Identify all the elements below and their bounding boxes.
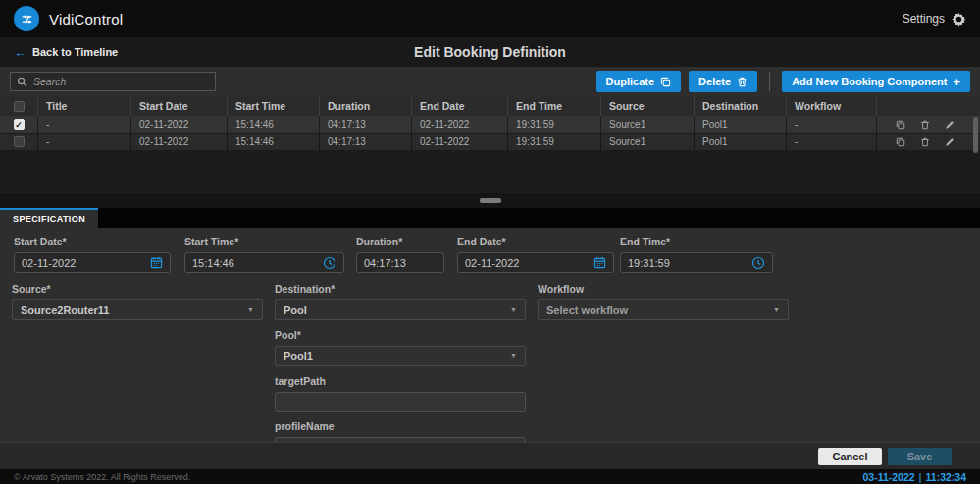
start-time-field[interactable]: [184, 252, 344, 273]
table-row[interactable]: - 02-11-2022 15:14:46 04:17:13 02-11-202…: [0, 116, 980, 134]
duplicate-label: Duplicate: [606, 76, 655, 87]
row-edit-icon[interactable]: [945, 120, 954, 130]
start-date-field[interactable]: [14, 252, 171, 273]
tab-bar: SPECIFICATION: [0, 208, 980, 228]
cell-destination: Pool1: [694, 134, 786, 150]
footer: © Arvato Systems 2022. All Rights Reserv…: [0, 469, 980, 484]
settings-label[interactable]: Settings: [903, 12, 945, 26]
end-time-field[interactable]: [620, 252, 773, 273]
row-checkbox[interactable]: [14, 119, 25, 130]
target-path-input[interactable]: [283, 397, 518, 408]
select-all-checkbox[interactable]: [14, 101, 25, 112]
cell-duration: 04:17:13: [319, 134, 411, 150]
calendar-icon[interactable]: [593, 256, 606, 269]
target-path-field[interactable]: [275, 392, 526, 412]
add-new-booking-component-button[interactable]: Add New Booking Component +: [782, 71, 970, 92]
plus-icon: +: [953, 75, 960, 89]
search-box[interactable]: [10, 72, 216, 91]
chevron-down-icon: ▼: [510, 306, 517, 313]
row-edit-icon[interactable]: [945, 137, 954, 147]
cell-source: Source1: [600, 134, 694, 150]
cell-source: Source1: [600, 116, 694, 133]
row-copy-icon[interactable]: [896, 137, 905, 147]
splitter-drag-handle[interactable]: [480, 198, 501, 203]
back-to-timeline-link[interactable]: ← Back to Timeline: [14, 46, 118, 59]
search-input[interactable]: [33, 76, 209, 87]
delete-button[interactable]: Delete: [689, 71, 757, 92]
footer-time: 11:32:34: [926, 471, 966, 483]
copy-icon: [660, 77, 671, 87]
source-label: Source*: [12, 283, 263, 295]
col-start-time: Start Time: [227, 96, 319, 116]
workflow-dropdown[interactable]: Select workflow ▼: [538, 299, 789, 320]
row-delete-icon[interactable]: [920, 137, 930, 147]
destination-label: Destination*: [275, 283, 526, 295]
cell-start-time: 15:14:46: [227, 116, 319, 133]
vidicontrol-window: VidiControl Settings Edit Booking Defini…: [0, 0, 980, 484]
end-date-input[interactable]: [465, 257, 593, 269]
cell-title: -: [37, 134, 130, 150]
copyright-text: © Arvato Systems 2022. All Rights Reserv…: [14, 472, 190, 482]
pool-value: Pool1: [284, 350, 510, 362]
app-title: VidiControl: [49, 11, 123, 27]
page-title: Edit Booking Definition: [0, 44, 980, 60]
cell-duration: 04:17:13: [319, 116, 411, 133]
toolbar-divider: [769, 72, 770, 91]
workflow-value: Select workflow: [546, 304, 773, 316]
tab-specification[interactable]: SPECIFICATION: [0, 208, 98, 228]
duplicate-button[interactable]: Duplicate: [596, 71, 682, 92]
add-label: Add New Booking Component: [792, 76, 947, 87]
pool-dropdown[interactable]: Pool1 ▼: [275, 346, 526, 366]
chevron-down-icon: ▼: [247, 306, 254, 313]
back-arrow-icon: ←: [14, 46, 26, 59]
vidicontrol-logo-icon: [14, 6, 39, 31]
clock-icon[interactable]: [751, 256, 765, 270]
save-button[interactable]: Save: [888, 448, 952, 465]
end-time-label: End Time*: [620, 236, 773, 247]
specification-form: Start Date* Start Time*: [0, 228, 980, 442]
cell-end-time: 19:31:59: [507, 116, 600, 133]
col-workflow: Workflow: [786, 96, 876, 116]
workflow-label: Workflow: [538, 283, 789, 295]
row-delete-icon[interactable]: [920, 120, 930, 130]
col-end-time: End Time: [507, 96, 600, 116]
toolbar: Duplicate Delete Add New Booki: [0, 67, 980, 96]
duration-field[interactable]: [356, 252, 444, 273]
col-start-date: Start Date: [130, 96, 227, 116]
settings-control[interactable]: Settings: [903, 12, 966, 27]
cell-title: -: [37, 116, 130, 133]
cell-start-time: 15:14:46: [227, 134, 319, 150]
cell-end-date: 02-11-2022: [411, 134, 507, 150]
target-path-label: targetPath: [275, 375, 526, 387]
table-scrollbar[interactable]: [973, 117, 978, 153]
row-checkbox[interactable]: [14, 136, 25, 147]
pool-label: Pool*: [275, 329, 526, 341]
end-time-input[interactable]: [628, 257, 751, 269]
start-time-input[interactable]: [192, 257, 323, 269]
sub-header: Edit Booking Definition ← Back to Timeli…: [0, 37, 980, 67]
delete-label: Delete: [698, 76, 731, 87]
source-dropdown[interactable]: Source2Router11 ▼: [12, 299, 263, 320]
booking-components-table: Title Start Date Start Time Duration End…: [0, 96, 980, 193]
start-date-input[interactable]: [22, 257, 150, 269]
duration-input[interactable]: [364, 257, 437, 269]
destination-dropdown[interactable]: Pool ▼: [275, 299, 526, 320]
footer-datetime: 03-11-2022 | 11:32:34: [862, 471, 966, 483]
cell-end-time: 19:31:59: [507, 134, 600, 150]
calendar-icon[interactable]: [150, 256, 163, 269]
cell-start-date: 02-11-2022: [130, 134, 227, 150]
trash-icon: [737, 77, 748, 87]
gear-icon[interactable]: [952, 12, 966, 27]
search-icon: [17, 77, 27, 87]
table-row[interactable]: - 02-11-2022 15:14:46 04:17:13 02-11-202…: [0, 134, 980, 151]
col-end-date: End Date: [411, 96, 507, 116]
end-date-field[interactable]: [457, 252, 614, 273]
back-label: Back to Timeline: [32, 46, 118, 58]
clock-icon[interactable]: [323, 256, 336, 270]
source-value: Source2Router11: [21, 304, 247, 316]
profile-name-label: profileName: [275, 420, 526, 432]
cancel-button[interactable]: Cancel: [818, 448, 882, 465]
col-title: Title: [37, 96, 130, 116]
cell-workflow: -: [786, 134, 876, 150]
row-copy-icon[interactable]: [896, 120, 905, 130]
